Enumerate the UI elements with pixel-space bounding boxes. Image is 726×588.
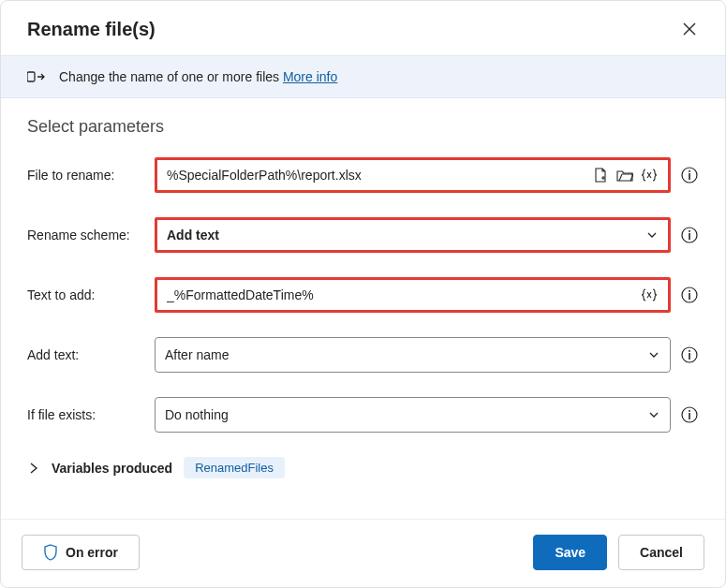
- variables-produced-label: Variables produced: [52, 461, 172, 476]
- select-rename-scheme[interactable]: Add text: [155, 217, 671, 253]
- help-icon[interactable]: [680, 405, 699, 424]
- input-text-to-add-container: [155, 277, 671, 313]
- chevron-down-icon: [647, 408, 660, 421]
- svg-rect-0: [27, 72, 35, 81]
- input-file-to-rename[interactable]: [167, 168, 585, 183]
- variables-produced-row: Variables produced RenamedFiles: [27, 457, 699, 478]
- close-icon: [683, 22, 696, 36]
- row-text-to-add: Text to add:: [27, 277, 699, 313]
- svg-rect-15: [689, 413, 690, 419]
- svg-rect-5: [689, 230, 690, 232]
- folder-picker-icon[interactable]: [615, 166, 634, 184]
- chevron-down-icon: [647, 348, 660, 361]
- label-text-to-add: Text to add:: [27, 287, 145, 302]
- row-if-file-exists: If file exists: Do nothing: [27, 397, 699, 433]
- svg-rect-3: [689, 173, 690, 180]
- variable-picker-icon[interactable]: [640, 286, 659, 304]
- section-title: Select parameters: [27, 117, 699, 137]
- row-rename-scheme: Rename scheme: Add text: [27, 217, 699, 253]
- row-add-text: Add text: After name: [27, 337, 699, 373]
- cancel-button[interactable]: Cancel: [618, 535, 704, 570]
- dialog-title: Rename file(s): [27, 19, 156, 40]
- select-if-file-exists[interactable]: Do nothing: [155, 397, 671, 433]
- chevron-down-icon: [645, 228, 659, 242]
- dialog-header: Rename file(s): [1, 1, 725, 55]
- variable-chip-renamedfiles[interactable]: RenamedFiles: [184, 457, 285, 478]
- input-file-to-rename-container: [155, 157, 671, 193]
- shield-icon: [43, 544, 58, 561]
- save-button[interactable]: Save: [533, 535, 607, 570]
- info-bar: Change the name of one or more files Mor…: [1, 55, 725, 98]
- variable-picker-icon[interactable]: [640, 166, 659, 184]
- info-bar-message: Change the name of one or more files: [59, 69, 283, 84]
- info-bar-text: Change the name of one or more files Mor…: [59, 69, 337, 84]
- select-add-text-value: After name: [165, 347, 642, 362]
- label-file-to-rename: File to rename:: [27, 168, 145, 183]
- svg-rect-11: [689, 350, 690, 352]
- save-label: Save: [555, 545, 585, 560]
- dialog-body: Select parameters File to rename:: [1, 98, 725, 519]
- select-rename-scheme-value: Add text: [167, 228, 640, 243]
- on-error-label: On error: [66, 545, 118, 560]
- svg-rect-14: [689, 410, 690, 412]
- file-picker-icon[interactable]: [591, 166, 610, 184]
- dialog-footer: On error Save Cancel: [1, 519, 725, 587]
- on-error-button[interactable]: On error: [22, 535, 140, 570]
- row-file-to-rename: File to rename:: [27, 157, 699, 193]
- expand-variables-toggle[interactable]: [27, 463, 40, 474]
- rename-files-dialog: Rename file(s) Change the name of one or…: [0, 0, 726, 588]
- help-icon[interactable]: [680, 166, 699, 184]
- label-rename-scheme: Rename scheme:: [27, 228, 145, 243]
- rename-action-icon: [27, 69, 46, 84]
- select-add-text[interactable]: After name: [155, 337, 671, 373]
- svg-rect-8: [689, 290, 690, 292]
- help-icon[interactable]: [680, 286, 699, 304]
- more-info-link[interactable]: More info: [283, 69, 337, 84]
- label-add-text: Add text:: [27, 347, 145, 362]
- svg-rect-12: [689, 353, 690, 360]
- close-button[interactable]: [674, 14, 704, 44]
- svg-rect-6: [689, 233, 690, 240]
- help-icon[interactable]: [680, 226, 699, 244]
- select-if-file-exists-value: Do nothing: [165, 407, 642, 422]
- svg-rect-9: [689, 293, 690, 300]
- label-if-file-exists: If file exists:: [27, 407, 145, 422]
- input-text-to-add[interactable]: [167, 287, 634, 302]
- svg-rect-2: [689, 170, 690, 172]
- help-icon[interactable]: [680, 345, 699, 364]
- cancel-label: Cancel: [640, 545, 683, 560]
